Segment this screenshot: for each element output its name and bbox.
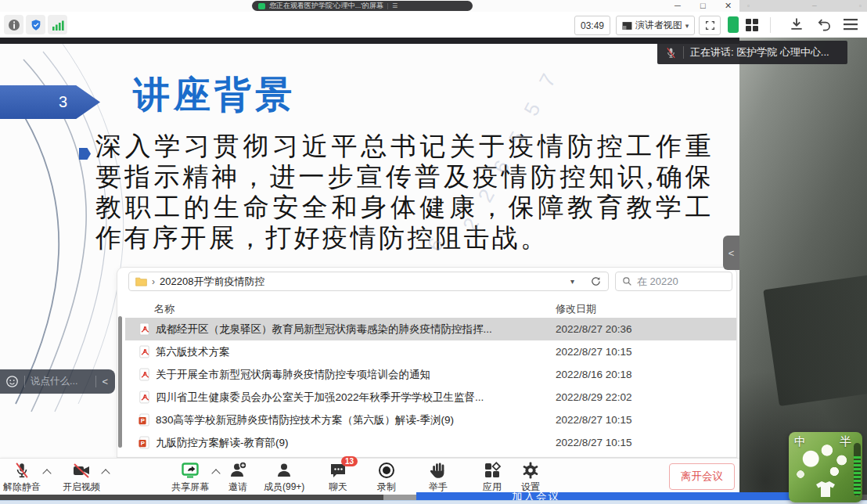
- address-dropdown-icon[interactable]: ▾: [570, 277, 574, 286]
- view-mode-label: 演讲者视图: [635, 19, 682, 32]
- raised-hand-icon: [429, 461, 448, 480]
- file-date: 2022/8/29 22:02: [556, 391, 632, 403]
- share-screen-button[interactable]: 共享屏幕: [171, 461, 209, 494]
- fullscreen-icon: [705, 20, 715, 31]
- download-icon: [789, 16, 804, 32]
- smiley-icon[interactable]: [5, 375, 19, 388]
- participant-name-left: 中: [794, 434, 806, 449]
- pill-divider: [387, 3, 388, 9]
- chatbar-divider: [24, 376, 25, 387]
- speaker-view-icon: [622, 21, 632, 31]
- record-button[interactable]: 录制: [377, 461, 396, 494]
- network-signal-button[interactable]: [48, 15, 67, 34]
- raise-hand-button[interactable]: 举手: [429, 461, 448, 494]
- slide-number: 3: [59, 93, 67, 111]
- background-maximize-icon: ▫: [859, 2, 862, 9]
- titlebar-background-segment: [739, 0, 867, 12]
- slide-body-text: 深入学习贯彻习近平总书记关于疫情防控工作重要指示精神，进一步宣传普及疫情防控知识…: [95, 131, 714, 254]
- signal-bars-icon: [52, 19, 64, 31]
- leave-meeting-button[interactable]: 离开会议: [669, 463, 735, 490]
- explorer-search-input[interactable]: 在 20220: [615, 272, 732, 291]
- pdf-file-icon: [138, 391, 151, 404]
- refresh-icon[interactable]: [590, 275, 602, 287]
- mic-muted-icon: [665, 47, 677, 59]
- background-window-edge: [0, 500, 867, 504]
- download-button[interactable]: [789, 16, 804, 32]
- join-meeting-label: 加入会议: [512, 492, 560, 500]
- chatbar-collapse-icon[interactable]: <: [102, 376, 108, 387]
- svg-text:P: P: [141, 417, 145, 424]
- button-label: 邀请: [228, 481, 247, 494]
- app-grid-icon: [745, 18, 759, 32]
- fullscreen-button[interactable]: [699, 16, 721, 35]
- settings-button[interactable]: 设置: [521, 461, 540, 494]
- folder-icon: [135, 276, 147, 286]
- file-date: 2022/8/27 10:15: [556, 414, 632, 426]
- unmute-button[interactable]: 解除静音: [3, 461, 41, 494]
- file-row[interactable]: 成都经开区（龙泉驿区）教育局新型冠状病毒感染的肺炎疫情防控指挥... 2022/…: [125, 318, 736, 340]
- address-bar[interactable]: › 202208开学前疫情防控 ▾: [128, 272, 609, 291]
- chat-button[interactable]: 聊天 13: [329, 461, 347, 494]
- shared-slide: 3 讲座背景 深入学习贯彻习近平总书记关于疫情防控工作重要指示精神，进一步宣传普…: [0, 44, 739, 458]
- start-video-button[interactable]: 开启视频: [63, 461, 100, 494]
- file-explorer-window: › 202208开学前疫情防控 ▾ 在 20220 名称 修改日期 成都经开区（…: [117, 268, 736, 457]
- file-row[interactable]: 第六版技术方案 2022/8/27 10:15: [125, 340, 736, 363]
- chat-quick-bar[interactable]: 说点什么... <: [0, 369, 115, 394]
- chat-unread-badge: 13: [341, 456, 358, 466]
- pdf-file-icon: [138, 322, 151, 336]
- apps-button[interactable]: 应用: [483, 461, 502, 494]
- info-circle-icon: [8, 19, 20, 31]
- button-label: 共享屏幕: [171, 481, 209, 494]
- file-row[interactable]: 关于开展全市新型冠状病毒肺炎疫情防控专项培训会的通知 2022/8/16 20:…: [125, 363, 736, 386]
- screen-share-mini-icon: [258, 3, 265, 9]
- file-name: 关于开展全市新型冠状病毒肺炎疫情防控专项培训会的通知: [156, 368, 430, 382]
- view-mode-dropdown[interactable]: 演讲者视图 ▾: [616, 16, 695, 35]
- file-name: 成都经开区（龙泉驿区）教育局新型冠状病毒感染的肺炎疫情防控指挥...: [156, 322, 492, 337]
- apps-diamond-icon: [483, 461, 502, 480]
- file-name: 第六版技术方案: [156, 345, 230, 359]
- grid-view-button[interactable]: [745, 18, 759, 32]
- file-date: 2022/8/27 20:36: [556, 323, 632, 335]
- button-label: 解除静音: [3, 481, 41, 494]
- toolbar-toggle-icon[interactable]: ☰: [392, 2, 398, 9]
- ppt-file-icon: P: [138, 436, 151, 449]
- invite-button[interactable]: 邀请: [228, 461, 247, 494]
- info-button[interactable]: [4, 15, 23, 34]
- record-circle-icon: [377, 461, 396, 480]
- join-meeting-banner[interactable]: 加入会议: [416, 492, 792, 500]
- panel-collapse-tab[interactable]: <: [723, 236, 739, 270]
- explorer-scrollbar[interactable]: [118, 316, 122, 448]
- maximize-button[interactable]: □: [700, 2, 706, 10]
- file-name: 830高等学校新冠肺炎疫情防控技术方案（第六版）解读-季浏(9): [156, 413, 454, 427]
- close-button[interactable]: ✕: [725, 2, 732, 10]
- ppt-file-icon: P: [138, 413, 151, 427]
- button-label: 录制: [377, 481, 396, 494]
- svg-text:P: P: [141, 440, 145, 447]
- file-row[interactable]: P 830高等学校新冠肺炎疫情防控技术方案（第六版）解读-季浏(9) 2022/…: [125, 409, 736, 431]
- bullet-marker: [79, 148, 91, 160]
- breadcrumb-chevron-icon: ›: [152, 276, 155, 287]
- file-row[interactable]: 四川省卫生健康委员会办公室关于加强2022年秋季开学学校卫生监督... 2022…: [125, 386, 736, 409]
- tshirt-icon: [815, 481, 836, 498]
- menu-button[interactable]: [844, 19, 858, 31]
- pdf-file-icon: [138, 345, 151, 358]
- participant-video-thumbnail[interactable]: 中 半: [789, 432, 862, 502]
- meeting-timer: 03:49: [574, 16, 610, 35]
- minimize-button[interactable]: ─: [675, 2, 681, 10]
- column-header-date[interactable]: 修改日期: [556, 302, 596, 316]
- file-name: 四川省卫生健康委员会办公室关于加强2022年秋季开学学校卫生监督...: [156, 391, 484, 405]
- hamburger-icon: [844, 19, 858, 31]
- file-row[interactable]: P 九版防控方案解读-教育部(9) 2022/8/27 10:15: [125, 431, 736, 454]
- security-button[interactable]: [26, 15, 45, 34]
- column-header-name[interactable]: 名称: [154, 302, 174, 316]
- members-button[interactable]: 成员(99+): [264, 461, 304, 494]
- shared-screen-top-edge: [0, 38, 739, 44]
- slide-title: 讲座背景: [133, 70, 296, 120]
- undo-button[interactable]: [817, 17, 832, 32]
- breadcrumb-path[interactable]: 202208开学前疫情防控: [160, 275, 264, 289]
- green-app-icon[interactable]: [728, 16, 739, 33]
- laptop-silhouette: [763, 275, 867, 406]
- undo-icon: [817, 17, 832, 32]
- slide-number-banner: 3: [0, 85, 100, 119]
- chat-input-placeholder[interactable]: 说点什么...: [31, 375, 77, 388]
